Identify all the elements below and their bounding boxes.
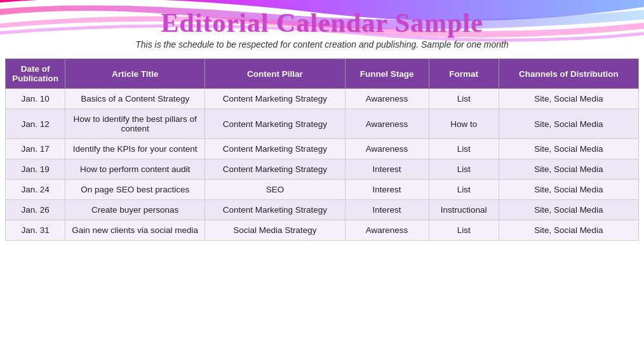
cell-funnel: Awareness	[345, 89, 429, 109]
editorial-table-container: Date of Publication Article Title Conten…	[5, 58, 639, 241]
cell-funnel: Interest	[345, 200, 429, 220]
cell-channels: Site, Social Media	[499, 109, 638, 139]
title-section: Editorial Calendar Sample This is the sc…	[0, 0, 644, 52]
cell-channels: Site, Social Media	[499, 89, 638, 109]
cell-format: List	[429, 180, 499, 200]
cell-date: Jan. 10	[6, 89, 65, 109]
col-header-funnel: Funnel Stage	[345, 59, 429, 89]
cell-funnel: Interest	[345, 159, 429, 180]
editorial-table: Date of Publication Article Title Conten…	[5, 58, 639, 241]
cell-funnel: Awareness	[345, 220, 429, 241]
table-row: Jan. 12How to identify the best pillars …	[6, 109, 639, 139]
cell-format: List	[429, 220, 499, 241]
cell-pillar: Content Marketing Strategy	[205, 109, 345, 139]
cell-date: Jan. 12	[6, 109, 65, 139]
table-header-row: Date of Publication Article Title Conten…	[6, 59, 639, 89]
table-row: Jan. 31Gain new clients via social media…	[6, 220, 639, 241]
cell-channels: Site, Social Media	[499, 159, 638, 180]
cell-date: Jan. 19	[6, 159, 65, 180]
cell-funnel: Awareness	[345, 109, 429, 139]
col-header-date: Date of Publication	[6, 59, 65, 89]
cell-channels: Site, Social Media	[499, 180, 638, 200]
table-row: Jan. 10Basics of a Content StrategyConte…	[6, 89, 639, 109]
cell-pillar: Content Marketing Strategy	[205, 200, 345, 220]
table-row: Jan. 26Create buyer personasContent Mark…	[6, 200, 639, 220]
table-row: Jan. 19How to perform content auditConte…	[6, 159, 639, 180]
col-header-title: Article Title	[65, 59, 205, 89]
cell-title: How to perform content audit	[65, 159, 205, 180]
cell-funnel: Interest	[345, 180, 429, 200]
cell-title: Create buyer personas	[65, 200, 205, 220]
cell-pillar: SEO	[205, 180, 345, 200]
col-header-format: Format	[429, 59, 499, 89]
cell-format: List	[429, 89, 499, 109]
cell-pillar: Content Marketing Strategy	[205, 89, 345, 109]
cell-title: On page SEO best practices	[65, 180, 205, 200]
cell-date: Jan. 26	[6, 200, 65, 220]
page-title: Editorial Calendar Sample	[13, 8, 631, 38]
cell-channels: Site, Social Media	[499, 139, 638, 159]
cell-title: Gain new clients via social media	[65, 220, 205, 241]
table-body: Jan. 10Basics of a Content StrategyConte…	[6, 89, 639, 241]
cell-format: Instructional	[429, 200, 499, 220]
page-wrapper: Editorial Calendar Sample This is the sc…	[0, 0, 644, 360]
col-header-pillar: Content Pillar	[205, 59, 345, 89]
cell-channels: Site, Social Media	[499, 200, 638, 220]
cell-pillar: Content Marketing Strategy	[205, 139, 345, 159]
cell-funnel: Awareness	[345, 139, 429, 159]
table-row: Jan. 17Identify the KPIs for your conten…	[6, 139, 639, 159]
cell-format: List	[429, 139, 499, 159]
cell-channels: Site, Social Media	[499, 220, 638, 241]
cell-format: How to	[429, 109, 499, 139]
page-subtitle: This is the schedule to be respected for…	[13, 39, 631, 50]
cell-pillar: Social Media Strategy	[205, 220, 345, 241]
cell-format: List	[429, 159, 499, 180]
cell-title: How to identify the best pillars of cont…	[65, 109, 205, 139]
col-header-channels: Channels of Distribution	[499, 59, 638, 89]
table-row: Jan. 24On page SEO best practicesSEOInte…	[6, 180, 639, 200]
cell-pillar: Content Marketing Strategy	[205, 159, 345, 180]
cell-title: Basics of a Content Strategy	[65, 89, 205, 109]
cell-title: Identify the KPIs for your content	[65, 139, 205, 159]
cell-date: Jan. 17	[6, 139, 65, 159]
cell-date: Jan. 31	[6, 220, 65, 241]
cell-date: Jan. 24	[6, 180, 65, 200]
